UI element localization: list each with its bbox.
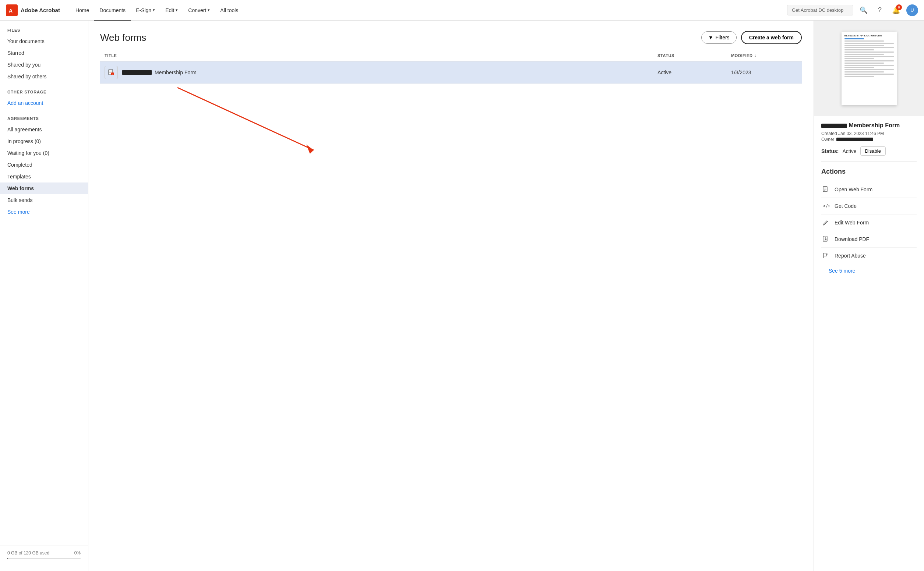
preview-document: MEMBERSHIP APPLICATION FORM — [842, 32, 897, 105]
name-redact — [122, 70, 151, 75]
logo-text: Adobe Acrobat — [21, 7, 60, 13]
preview-area: MEMBERSHIP APPLICATION FORM — [814, 21, 924, 116]
sidebar-item-completed[interactable]: Completed — [0, 159, 88, 171]
svg-text:A: A — [9, 8, 12, 14]
preview-line — [845, 43, 894, 44]
storage-text: 0 GB of 120 GB used 0% — [7, 550, 80, 556]
svg-text:+: + — [112, 73, 113, 75]
preview-line — [845, 69, 894, 70]
help-button[interactable]: ? — [874, 5, 886, 16]
header-actions: ▼ Filters Create a web form — [701, 31, 802, 44]
action-report-abuse[interactable]: Report Abuse — [821, 248, 917, 264]
preview-line — [845, 49, 874, 50]
sidebar-item-bulk-sends[interactable]: Bulk sends — [0, 194, 88, 206]
preview-line — [845, 38, 864, 39]
divider2 — [0, 109, 88, 116]
row-status: Active — [657, 69, 731, 76]
edit-chevron: ▾ — [176, 8, 178, 12]
webforms-main: Web forms ▼ Filters Create a web form TI… — [88, 21, 814, 571]
preview-line — [845, 58, 874, 59]
get-acrobat-button[interactable]: Get Acrobat DC desktop — [787, 5, 853, 15]
panel-form-title: Membership Form — [821, 122, 917, 129]
content-split: Web forms ▼ Filters Create a web form TI… — [88, 21, 924, 571]
topnav-right: Get Acrobat DC desktop 🔍 ? 🔔 8 U — [787, 5, 918, 16]
notifications-button[interactable]: 🔔 8 — [890, 5, 902, 16]
row-name-block: Membership Form — [122, 69, 657, 76]
action-open-web-form[interactable]: Open Web Form — [821, 181, 917, 198]
right-panel: MEMBERSHIP APPLICATION FORM — [814, 21, 924, 571]
nav-edit[interactable]: Edit ▾ — [160, 0, 183, 21]
notification-badge: 8 — [896, 5, 902, 10]
filters-button[interactable]: ▼ Filters — [701, 31, 737, 44]
preview-line — [845, 74, 894, 75]
preview-line — [845, 56, 894, 57]
page-title: Web forms — [100, 32, 146, 43]
sidebar-item-all-agreements[interactable]: All agreements — [0, 123, 88, 136]
add-account-link[interactable]: Add an account — [0, 97, 88, 109]
preview-line — [845, 71, 884, 73]
nav-convert[interactable]: Convert ▾ — [183, 0, 215, 21]
sidebar-item-shared-by-others[interactable]: Shared by others — [0, 71, 88, 82]
nav-home[interactable]: Home — [70, 0, 94, 21]
sidebar-item-starred[interactable]: Starred — [0, 47, 88, 59]
nav-esign[interactable]: E-Sign ▾ — [131, 0, 160, 21]
sidebar-item-web-forms[interactable]: Web forms — [0, 182, 88, 194]
preview-line — [845, 45, 884, 46]
avatar[interactable]: U — [906, 5, 918, 16]
owner-redact — [836, 137, 873, 141]
see-more-link[interactable]: See more — [0, 206, 88, 218]
sort-icon: ↓ — [754, 53, 757, 58]
preview-line — [845, 63, 884, 64]
action-get-code[interactable]: </> Get Code — [821, 198, 917, 215]
preview-line — [845, 60, 894, 62]
sidebar-item-your-documents[interactable]: Your documents — [0, 35, 88, 47]
disable-button[interactable]: Disable — [860, 147, 886, 156]
filter-icon: ▼ — [708, 35, 714, 40]
divider1 — [0, 82, 88, 90]
storage-bar-fill — [7, 558, 8, 559]
nav-alltools[interactable]: All tools — [215, 0, 243, 21]
logo[interactable]: A Adobe Acrobat — [6, 5, 60, 16]
sidebar-item-shared-by-you[interactable]: Shared by you — [0, 59, 88, 71]
help-icon: ? — [878, 6, 882, 14]
nav-documents[interactable]: Documents — [94, 0, 131, 21]
see-5-more-link[interactable]: See 5 more — [821, 264, 917, 279]
sidebar-item-waiting-for-you[interactable]: Waiting for you (0) — [0, 147, 88, 159]
col-modified-header: MODIFIED ↓ — [731, 53, 797, 58]
svg-marker-8 — [306, 145, 314, 154]
sidebar-item-templates[interactable]: Templates — [0, 171, 88, 182]
doc-icon — [821, 185, 830, 194]
sidebar: FILES Your documents Starred Shared by y… — [0, 21, 88, 571]
panel-info: Membership Form Created Jan 03, 2023 11:… — [814, 116, 924, 286]
other-storage-section-title: OTHER STORAGE — [0, 90, 88, 97]
panel-owner: Owner — [821, 137, 917, 142]
preview-line — [845, 65, 894, 66]
col-title-header: TITLE — [105, 53, 657, 58]
preview-line — [845, 51, 894, 52]
table-row[interactable]: + Membership Form Active 1/3/2023 — [100, 62, 802, 84]
code-icon: </> — [821, 202, 830, 210]
storage-bar — [7, 558, 80, 559]
esign-chevron: ▾ — [153, 8, 155, 12]
panel-status-row: Status: Active Disable — [821, 147, 917, 156]
topnav-menu: Home Documents E-Sign ▾ Edit ▾ Convert ▾… — [70, 0, 787, 21]
svg-text:</>: </> — [823, 204, 830, 208]
preview-line — [845, 67, 874, 68]
actions-title: Actions — [821, 168, 917, 176]
download-pdf-label: Download PDF — [834, 236, 869, 242]
panel-divider — [821, 162, 917, 162]
action-edit-web-form[interactable]: Edit Web Form — [821, 215, 917, 231]
preview-line — [845, 76, 874, 77]
files-section-title: FILES — [0, 28, 88, 35]
edit-icon — [821, 218, 830, 227]
sidebar-item-in-progress[interactable]: In progress (0) — [0, 136, 88, 147]
action-download-pdf[interactable]: Download PDF — [821, 231, 917, 248]
search-button[interactable]: 🔍 — [858, 5, 870, 16]
create-web-form-button[interactable]: Create a web form — [741, 31, 802, 44]
download-icon — [821, 235, 830, 244]
table-header: TITLE STATUS MODIFIED ↓ — [100, 53, 802, 62]
preview-line — [845, 54, 884, 55]
topnav: A Adobe Acrobat Home Documents E-Sign ▾ … — [0, 0, 924, 21]
convert-chevron: ▾ — [208, 8, 210, 12]
open-web-form-label: Open Web Form — [834, 187, 873, 193]
